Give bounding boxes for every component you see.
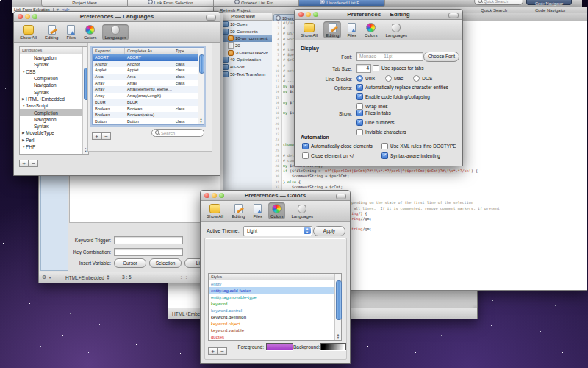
checkbox[interactable]: [373, 65, 379, 71]
remove-style-button[interactable]: −: [218, 347, 227, 355]
checkbox[interactable]: ✓: [356, 119, 363, 126]
table-row[interactable]: BLURBLUR: [93, 99, 204, 106]
toolbar-item-show-all[interactable]: Show All: [298, 21, 320, 38]
title-bar[interactable]: Preferences — Colors: [201, 191, 350, 201]
insert-cursor-button[interactable]: Cursor: [114, 258, 146, 268]
language-list-item[interactable]: Navigation: [20, 82, 88, 88]
language-list-item[interactable]: ▶MovableType: [20, 130, 88, 136]
background-tab[interactable]: Ordered List Fro…: [214, 0, 300, 7]
style-list-item[interactable]: keyword.object: [209, 320, 341, 327]
style-list-item[interactable]: entity: [209, 280, 341, 287]
languages-sidebar-header[interactable]: Languages: [20, 47, 88, 54]
quick-search-input[interactable]: Quick Search: [474, 0, 523, 5]
toolbar-item-languages[interactable]: Languages: [289, 203, 315, 219]
language-list-item[interactable]: Syntax: [20, 123, 88, 130]
language-list-item[interactable]: ▶HTML+Embedded: [20, 96, 88, 102]
toolbar-item-files[interactable]: Files: [64, 24, 78, 40]
column-header[interactable]: Completes As: [125, 48, 173, 54]
gear-icon[interactable]: ⚙: [42, 275, 46, 280]
remove-keyword-button[interactable]: −: [101, 132, 111, 140]
column-header[interactable]: Type: [173, 48, 198, 54]
toolbar-item-languages[interactable]: Languages: [383, 22, 409, 38]
toolbar-item-editing[interactable]: Editing: [43, 24, 60, 40]
scrollbar-thumb[interactable]: [336, 280, 342, 320]
language-list-item[interactable]: ▼CSS: [20, 68, 88, 75]
grip-icon[interactable]: ⋮⋮: [179, 274, 189, 280]
insert-selection-button[interactable]: Selection: [149, 258, 182, 268]
checkbox[interactable]: ✓: [381, 152, 388, 159]
add-keyword-button[interactable]: +: [92, 132, 101, 140]
checkbox[interactable]: ✓: [356, 110, 363, 116]
language-list-item[interactable]: Navigation: [20, 116, 88, 123]
quick-search-label[interactable]: Quick Search: [481, 8, 507, 13]
table-row[interactable]: AreaAreaclass: [93, 74, 204, 80]
background-tab[interactable]: Link From Selection: [128, 0, 214, 7]
background-tab[interactable]: Unordered List F…: [299, 0, 385, 7]
language-list-item[interactable]: Navigation: [20, 54, 88, 61]
style-foreground-swatch[interactable]: [266, 343, 293, 350]
radio-button[interactable]: [356, 75, 363, 82]
style-list-item[interactable]: keyword.control: [209, 307, 341, 314]
toolbar-toggle-button[interactable]: [448, 13, 459, 18]
style-background-swatch[interactable]: [320, 343, 346, 350]
active-theme-select[interactable]: Light ▲▼: [243, 226, 312, 236]
style-list-item[interactable]: keyword.variable: [209, 327, 341, 333]
remove-language-button[interactable]: −: [29, 160, 38, 167]
toolbar-item-show-all[interactable]: Show All: [18, 24, 39, 40]
keyword-trigger-input[interactable]: [114, 236, 183, 244]
scroll-arrows-icon[interactable]: ▲▼: [335, 333, 341, 339]
font-field[interactable]: Monaco — 11pt: [356, 52, 423, 61]
radio-button[interactable]: [385, 75, 392, 82]
toolbar-item-files[interactable]: Files: [251, 202, 265, 219]
apply-button[interactable]: Apply: [313, 226, 345, 236]
table-header[interactable]: KeywordCompletes AsType: [93, 48, 204, 54]
checkbox[interactable]: ✓: [356, 84, 363, 91]
language-list-item[interactable]: ▶Perl: [20, 137, 88, 144]
toolbar-item-colors[interactable]: Colors: [268, 202, 285, 219]
toolbar-item-show-all[interactable]: Show All: [204, 202, 226, 219]
toolbar-item-colors[interactable]: Colors: [362, 21, 379, 38]
table-row[interactable]: AppletAppletclass: [93, 67, 204, 74]
language-list-item[interactable]: Completion: [20, 109, 88, 116]
title-bar[interactable]: Preferences — Languages: [14, 12, 220, 22]
language-list-item[interactable]: Syntax: [20, 61, 88, 68]
language-list-item[interactable]: Syntax: [20, 88, 88, 95]
style-list-item[interactable]: entity.tag.cold-fusion: [209, 287, 341, 294]
toolbar-item-languages[interactable]: Languages: [102, 24, 129, 40]
checkbox[interactable]: [356, 103, 363, 110]
style-list-item[interactable]: quotes: [209, 333, 341, 340]
table-row[interactable]: ArrayArray(arrayLength): [93, 93, 204, 99]
checkbox[interactable]: ✓: [302, 143, 309, 149]
styles-header[interactable]: Styles: [209, 274, 341, 280]
toolbar-item-editing[interactable]: Editing: [229, 202, 247, 219]
keywords-table[interactable]: KeywordCompletes AsType ABORTABORTAnchor…: [92, 47, 204, 125]
toolbar-item-files[interactable]: Files: [345, 21, 359, 38]
toolbar-item-editing[interactable]: Editing: [323, 21, 341, 38]
refresh-project-button[interactable]: Refresh Project: [220, 8, 250, 13]
table-row[interactable]: ABORTABORT: [93, 54, 204, 61]
column-header[interactable]: Keyword: [93, 48, 125, 54]
background-tab[interactable]: Project View: [41, 0, 128, 7]
keyword-search-input[interactable]: Search: [151, 129, 204, 137]
style-list-item[interactable]: keyword.definition: [209, 314, 341, 320]
toolbar-toggle-button[interactable]: [206, 15, 216, 21]
choose-font-button[interactable]: Choose Font: [423, 52, 459, 62]
scrollbar-thumb[interactable]: [199, 54, 204, 74]
tab-size-field[interactable]: 4: [356, 64, 371, 73]
language-list-item[interactable]: ▼PHP: [20, 144, 88, 150]
language-selector[interactable]: HTML+Embedded ▲▼: [65, 275, 110, 280]
style-list-item[interactable]: keyword: [209, 300, 341, 307]
scroll-arrows-icon[interactable]: ▲▼: [198, 118, 204, 124]
toolbar-toggle-button[interactable]: [336, 194, 346, 199]
styles-scrollbar[interactable]: ▲▼: [334, 274, 341, 340]
checkbox[interactable]: ✓: [356, 93, 363, 100]
toolbar-item-colors[interactable]: Colors: [82, 24, 98, 40]
checkbox[interactable]: [381, 143, 388, 149]
table-scrollbar[interactable]: ▲▼: [198, 48, 204, 124]
language-list-item[interactable]: Completion: [20, 75, 88, 82]
add-style-button[interactable]: +: [208, 347, 218, 355]
table-row[interactable]: ArrayArray(element0, eleme…: [93, 86, 204, 93]
key-combination-input[interactable]: [114, 248, 183, 256]
table-row[interactable]: BooleanBoolean(value): [93, 112, 204, 118]
checkbox[interactable]: [356, 129, 363, 135]
